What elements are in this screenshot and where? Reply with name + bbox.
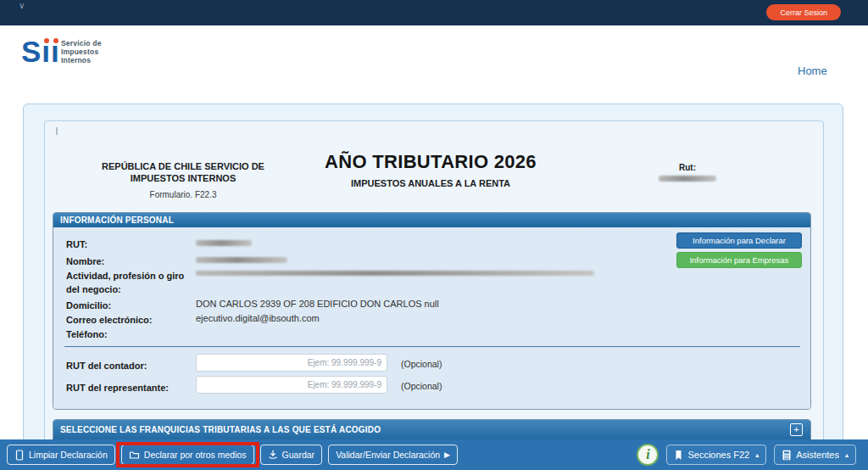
brand-tagline: Servicio de Impuestos Internos	[61, 39, 102, 64]
redacted-rut	[196, 240, 252, 246]
section-franquicias: SELECCIONE LAS FRANQUICIAS TRIBUTARIAS A…	[53, 419, 811, 441]
rut-representante-input[interactable]	[196, 376, 387, 394]
info-icon[interactable]: i	[637, 444, 659, 466]
play-icon: ▶	[444, 450, 450, 459]
header-rut: Rut:	[653, 163, 722, 182]
asistentes-button[interactable]: Asistentes ▴	[774, 445, 856, 465]
telefono-label: Teléfono:	[66, 327, 200, 341]
button-label: Secciones F22	[687, 450, 749, 460]
rut-header-label: Rut:	[653, 163, 722, 172]
form-org-header: REPÚBLICA DE CHILE SERVICIO DE IMPUESTOS…	[75, 160, 292, 199]
tagline-line: Impuestos	[61, 48, 102, 56]
section-body: RUT: Nombre: Actividad, profesión o giro…	[53, 227, 810, 410]
form-number: Formulario. F22.3	[75, 190, 292, 199]
rut-label: RUT:	[66, 238, 200, 251]
chevron-up-icon: ▴	[845, 451, 849, 459]
rut-contador-input[interactable]	[196, 354, 387, 372]
button-label: Limpiar Declaración	[29, 450, 108, 460]
domicilio-label: Domicilio:	[66, 299, 200, 312]
redacted-rut-value	[659, 176, 716, 182]
calculator-icon	[782, 450, 792, 461]
limpiar-declaracion-button[interactable]: Limpiar Declaración	[7, 445, 115, 465]
toolbar-right-group: i Secciones F22 ▴ Asistentes ▴	[637, 444, 856, 466]
rut-representante-label: RUT del representante:	[66, 381, 200, 394]
divider	[64, 346, 800, 347]
logo-dot-icon	[53, 38, 58, 43]
declarar-por-otros-medios-button[interactable]: Declarar por otros medios	[121, 445, 254, 465]
expand-section-button[interactable]: +	[790, 423, 803, 436]
chevron-up-icon: ▴	[755, 451, 759, 459]
button-label: Declarar por otros medios	[144, 450, 247, 460]
rut-contador-label: RUT del contador:	[66, 359, 200, 372]
actividad-label: Actividad, profesión o giro del negocio:	[66, 269, 200, 296]
nombre-label: Nombre:	[66, 255, 200, 268]
contador-optional-note: (Opcional)	[401, 359, 442, 369]
tagline-line: Servicio de	[61, 39, 102, 48]
franquicias-header: SELECCIONE LAS FRANQUICIAS TRIBUTARIAS A…	[53, 420, 810, 441]
secciones-f22-button[interactable]: Secciones F22 ▴	[666, 445, 766, 465]
button-label: Validar/Enviar Declaración	[336, 450, 440, 460]
correo-value: ejecutivo.digital@ibsouth.com	[196, 313, 320, 323]
form-year-header: AÑO TRIBUTARIO 2026 IMPUESTOS ANUALES A …	[322, 151, 539, 188]
section-title: SELECCIONE LAS FRANQUICIAS TRIBUTARIAS A…	[60, 425, 381, 434]
page-title: AÑO TRIBUTARIO 2026	[322, 151, 539, 173]
informacion-para-declarar-button[interactable]: Información para Declarar	[676, 232, 802, 249]
home-link[interactable]: Home	[798, 64, 827, 77]
folder-icon	[129, 450, 140, 460]
bottom-toolbar: Limpiar Declaración Declarar por otros m…	[0, 439, 868, 470]
logout-button[interactable]: Cerrar Sesion	[766, 4, 841, 20]
redacted-nombre	[196, 257, 287, 263]
validar-enviar-declaracion-button[interactable]: Validar/Enviar Declaración ▶	[328, 445, 458, 465]
bookmark-icon	[674, 450, 683, 461]
button-label: Guardar	[282, 450, 315, 460]
section-informacion-personal: INFORMACIÓN PERSONAL RUT: Nombre: Activi…	[53, 212, 811, 410]
cursor-mark	[56, 127, 58, 135]
tagline-line: Internos	[61, 56, 102, 64]
guardar-button[interactable]: Guardar	[260, 445, 323, 465]
redacted-actividad	[196, 271, 594, 276]
app-window: ∨ Cerrar Sesion Sıı Servicio de Impuesto…	[0, 0, 868, 470]
button-label: Asistentes	[796, 450, 839, 460]
section-title: INFORMACIÓN PERSONAL	[53, 213, 810, 227]
domicilio-value: DON CARLOS 2939 OF 208 EDIFICIO DON CARL…	[196, 299, 439, 309]
top-navbar: ∨ Cerrar Sesion	[0, 0, 868, 25]
download-icon	[268, 450, 278, 460]
representante-optional-note: (Opcional)	[401, 381, 442, 391]
org-title: REPÚBLICA DE CHILE SERVICIO DE IMPUESTOS…	[75, 160, 292, 184]
correo-label: Correo electrónico:	[66, 313, 200, 327]
page-subtitle: IMPUESTOS ANUALES A LA RENTA	[322, 178, 539, 188]
informacion-para-empresas-button[interactable]: Información para Empresas	[676, 252, 802, 268]
brand-header: Sıı Servicio de Impuestos Internos Home	[0, 25, 868, 93]
document-icon	[14, 450, 25, 461]
logo-dot-icon	[44, 38, 49, 43]
chevron-down-icon[interactable]: ∨	[19, 1, 25, 10]
